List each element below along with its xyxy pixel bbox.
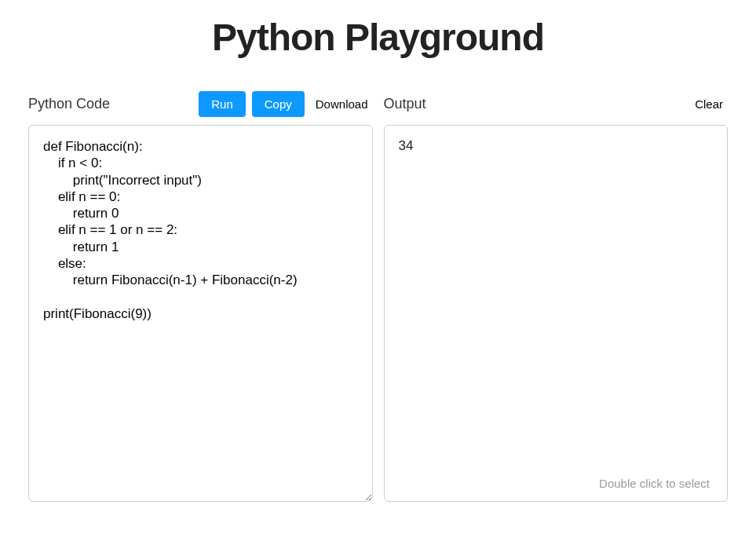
copy-button[interactable]: Copy [252,91,305,117]
code-panel: Python Code Run Copy Download [28,90,373,502]
code-editor[interactable] [28,125,373,502]
output-panel-label: Output [384,96,426,112]
download-button[interactable]: Download [311,91,373,117]
output-panel: Output Clear 34 Double click to select [384,90,729,502]
output-hint: Double click to select [599,477,710,490]
code-panel-actions: Run Copy Download [199,91,372,117]
output-box[interactable]: 34 Double click to select [384,125,729,502]
output-panel-header: Output Clear [384,90,729,117]
main-container: Python Code Run Copy Download Output Cle… [0,90,756,502]
code-panel-label: Python Code [28,96,110,112]
page-title: Python Playground [0,16,756,59]
code-panel-header: Python Code Run Copy Download [28,90,373,117]
output-panel-actions: Clear [690,91,728,117]
output-text: 34 [399,138,714,154]
run-button[interactable]: Run [199,91,246,117]
clear-button[interactable]: Clear [690,91,728,117]
